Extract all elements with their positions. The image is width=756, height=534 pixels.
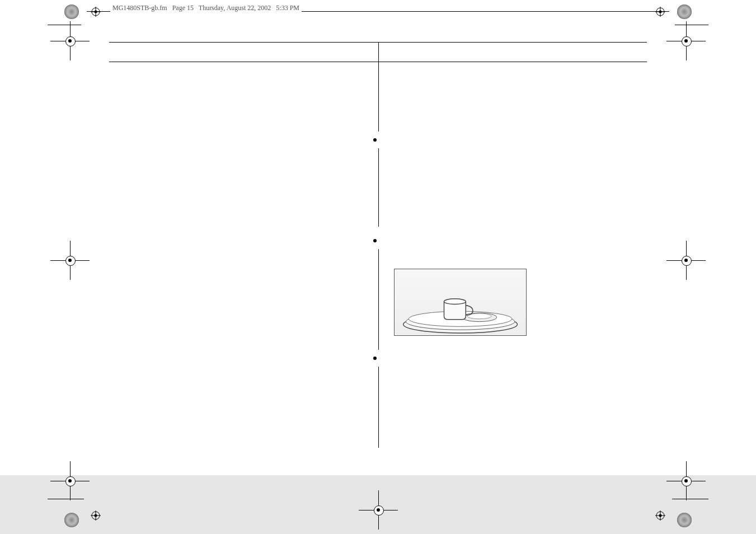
bullet-icon <box>373 138 377 142</box>
header-time: 5:33 PM <box>276 4 299 12</box>
reg-target-bottom-left <box>91 510 101 521</box>
crop-circle-top-right <box>677 4 692 19</box>
reg-target-top-left <box>91 7 101 17</box>
column-separator <box>378 148 379 227</box>
column-left <box>109 69 378 474</box>
column-separator <box>378 367 379 448</box>
dishes-icon <box>398 273 523 335</box>
column-separator <box>378 42 379 132</box>
svg-point-21 <box>444 299 466 305</box>
header-day: Thursday, <box>199 4 226 12</box>
edge-line <box>48 25 81 25</box>
edge-line <box>48 499 84 499</box>
header-filename: MG1480STB-gb.fm <box>112 4 167 12</box>
header-page-label: Page 15 <box>172 4 194 12</box>
svg-point-7 <box>659 11 662 13</box>
crosshair-top-right-edge <box>666 21 706 60</box>
bullet-icon <box>373 357 377 360</box>
crosshair-bottom-center <box>359 490 398 530</box>
svg-point-3 <box>95 11 97 13</box>
content-columns <box>109 69 647 474</box>
header-filename-line: MG1480STB-gb.fm Page 15 Thursday, August… <box>110 4 302 12</box>
crop-circle-top-left <box>64 4 79 19</box>
crosshair-mid-left <box>50 241 90 280</box>
reg-target-bottom-right <box>655 510 665 521</box>
reg-target-top-right <box>655 7 665 17</box>
column-separator <box>378 249 379 350</box>
crosshair-top-left-edge <box>50 21 90 60</box>
edge-line <box>672 499 708 499</box>
crosshair-bottom-left-edge <box>50 461 90 500</box>
illustration-dishes <box>394 269 527 336</box>
bullet-icon <box>373 239 377 242</box>
crop-circle-bottom-right <box>677 513 692 527</box>
crosshair-mid-right <box>666 241 706 280</box>
page-frame <box>109 42 647 481</box>
page-number: 15 <box>635 478 641 486</box>
header-date: August 22, 2002 <box>227 4 271 12</box>
crosshair-bottom-right-edge <box>666 461 706 500</box>
edge-line <box>675 25 708 25</box>
svg-point-15 <box>659 514 662 517</box>
crop-circle-bottom-left <box>64 513 79 527</box>
svg-point-11 <box>95 514 97 517</box>
